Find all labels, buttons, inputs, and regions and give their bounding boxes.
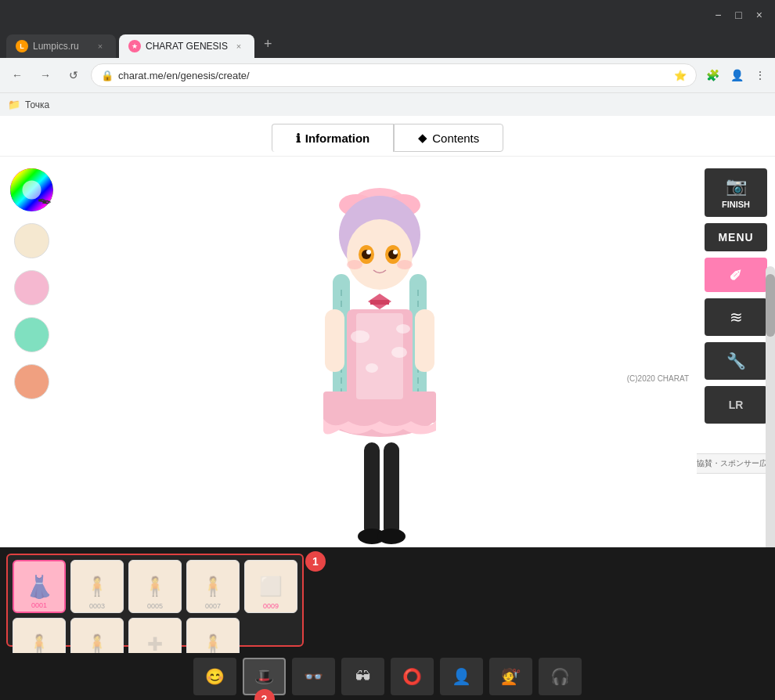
color-swatch-2[interactable] <box>14 270 49 305</box>
cat-headphones[interactable]: 🎧 <box>539 658 582 695</box>
svg-rect-36 <box>356 313 403 399</box>
copyright-text: (C)2020 CHARAT <box>627 374 689 383</box>
tab-contents-label: Contents <box>432 132 479 145</box>
body-icon-0005: 🧍 <box>143 576 167 597</box>
svg-point-35 <box>377 529 406 544</box>
new-tab-button[interactable]: + <box>258 36 279 52</box>
bookmark-bar: 📁 Точка <box>0 92 775 116</box>
svg-point-8 <box>347 219 413 290</box>
forward-button[interactable]: → <box>34 64 56 86</box>
maximize-button[interactable]: □ <box>730 7 746 23</box>
close-button[interactable]: × <box>752 7 767 23</box>
clothing-item-0003[interactable]: 🧍 0003 <box>70 560 124 613</box>
info-icon: ℹ <box>296 132 301 146</box>
reload-button[interactable]: ↺ <box>63 64 85 86</box>
svg-point-15 <box>347 260 362 269</box>
scrollbar-track[interactable] <box>766 266 775 547</box>
category-bar: 😊 🎩 2 👓 🕶 ⭕ 👤 💇 🎧 <box>0 653 775 700</box>
profile-icon[interactable]: 👤 <box>727 66 747 85</box>
cat-head2[interactable]: 💇 <box>489 658 532 695</box>
tab-bar: L Lumpics.ru × ★ CHARAT GENESIS × + <box>0 30 775 58</box>
bottom-panel: 1 👗 0001 🧍 0003 🧍 0005 <box>0 547 775 700</box>
tab-lumpics[interactable]: L Lumpics.ru × <box>6 34 116 58</box>
tab-lumpics-close[interactable]: × <box>94 40 106 52</box>
finish-button[interactable]: 📷 FINISH <box>705 168 767 217</box>
color-swatch-3[interactable] <box>14 317 49 352</box>
clothing-item-0004[interactable]: 🧍 0004 <box>70 618 124 653</box>
creator-area: ✒ <box>0 157 775 547</box>
clothing-item-0008[interactable]: 🧍 0008 <box>186 618 240 653</box>
tab-charat-label: CHARAT GENESIS <box>146 41 228 52</box>
body-icon-0001: 👗 <box>26 574 53 600</box>
pencil-icon: ✏ <box>725 264 748 287</box>
character-canvas: (C)2020 CHARAT <box>63 157 697 547</box>
cat-glasses1[interactable]: 👓 <box>292 658 335 695</box>
svg-rect-33 <box>384 442 399 536</box>
body-icon-0009: ⬜ <box>259 576 283 597</box>
back-button[interactable]: ← <box>6 64 28 86</box>
item-label-0007: 0007 <box>205 602 221 610</box>
body-icon-0007: 🧍 <box>201 576 225 597</box>
cat-circle[interactable]: ⭕ <box>391 658 434 695</box>
badge-2: 2 <box>254 689 275 700</box>
color-swatch-1[interactable] <box>14 223 49 258</box>
clothing-item-0001[interactable]: 👗 0001 <box>13 560 66 613</box>
charat-favicon: ★ <box>128 40 141 52</box>
minimize-button[interactable]: − <box>710 7 726 23</box>
item-label-0003: 0003 <box>89 602 105 610</box>
clothing-grid-container: 1 👗 0001 🧍 0003 🧍 0005 <box>0 547 775 653</box>
bookmark-label[interactable]: Точка <box>25 99 49 110</box>
body-icon-0003: 🧍 <box>85 576 109 597</box>
menu-label: MENU <box>718 231 753 244</box>
body-icon-0006: ✚ <box>147 633 163 653</box>
body-icon-0008: 🧍 <box>201 633 225 653</box>
diamond-icon: ◆ <box>418 131 427 145</box>
edit-button[interactable]: ✏ <box>705 258 767 292</box>
address-bar[interactable]: 🔒 charat.me/en/genesis/create/ ⭐ <box>91 63 697 87</box>
character-image <box>278 164 481 547</box>
layers-button[interactable]: ≋ <box>705 298 767 336</box>
tab-information[interactable]: ℹ Information <box>272 124 395 152</box>
browser-frame: − □ × L Lumpics.ru × ★ CHARAT GENESIS × … <box>0 0 775 700</box>
menu-button[interactable]: MENU <box>705 223 767 251</box>
clothing-item-0007[interactable]: 🧍 0007 <box>186 560 240 613</box>
lr-label: LR <box>729 399 744 411</box>
sponsor-ad: 協賛・スポンサー広告 <box>691 453 775 474</box>
clothing-item-0009[interactable]: ⬜ 0009 <box>244 560 297 613</box>
tab-information-label: Information <box>305 132 370 145</box>
lr-button[interactable]: LR <box>705 386 767 424</box>
cat-head1[interactable]: 👤 <box>440 658 483 695</box>
item-label-0005: 0005 <box>147 602 163 610</box>
item-label-0001: 0001 <box>31 601 47 609</box>
svg-point-16 <box>397 260 413 269</box>
svg-point-14 <box>393 250 398 254</box>
svg-rect-22 <box>370 300 389 305</box>
camera-icon: 📷 <box>726 176 747 197</box>
settings-button[interactable]: 🔧 <box>705 342 767 380</box>
cat-face[interactable]: 😊 <box>193 658 236 695</box>
svg-text:✒: ✒ <box>38 194 47 207</box>
page-tabs: ℹ Information ◆ Contents <box>0 116 775 157</box>
cat-glasses2[interactable]: 🕶 <box>341 658 384 695</box>
menu-icon[interactable]: ⋮ <box>752 66 769 85</box>
color-wheel[interactable]: ✒ <box>10 168 53 211</box>
clothing-item-0005[interactable]: 🧍 0005 <box>128 560 182 613</box>
clothing-item-0002[interactable]: 🧍 0002 <box>13 618 66 653</box>
finish-label: FINISH <box>722 200 750 209</box>
wrench-icon: 🔧 <box>726 352 746 370</box>
tab-charat[interactable]: ★ CHARAT GENESIS × <box>119 34 254 58</box>
extensions-icon[interactable]: 🧩 <box>703 66 723 85</box>
color-swatch-4[interactable] <box>14 364 49 399</box>
cat-hat[interactable]: 🎩 2 <box>243 658 286 695</box>
svg-rect-30 <box>325 309 344 372</box>
color-sidebar: ✒ <box>0 157 63 547</box>
bookmark-folder-icon: 📁 <box>8 99 20 110</box>
svg-rect-32 <box>364 442 380 536</box>
nav-icons: 🧩 👤 ⋮ <box>703 66 769 85</box>
layers-icon: ≋ <box>730 308 743 327</box>
body-icon-0002: 🧍 <box>27 633 51 653</box>
tab-contents[interactable]: ◆ Contents <box>394 124 503 152</box>
scrollbar-thumb[interactable] <box>766 274 775 337</box>
clothing-item-0006[interactable]: ✚ 0006 <box>128 618 182 653</box>
tab-charat-close[interactable]: × <box>232 40 245 52</box>
